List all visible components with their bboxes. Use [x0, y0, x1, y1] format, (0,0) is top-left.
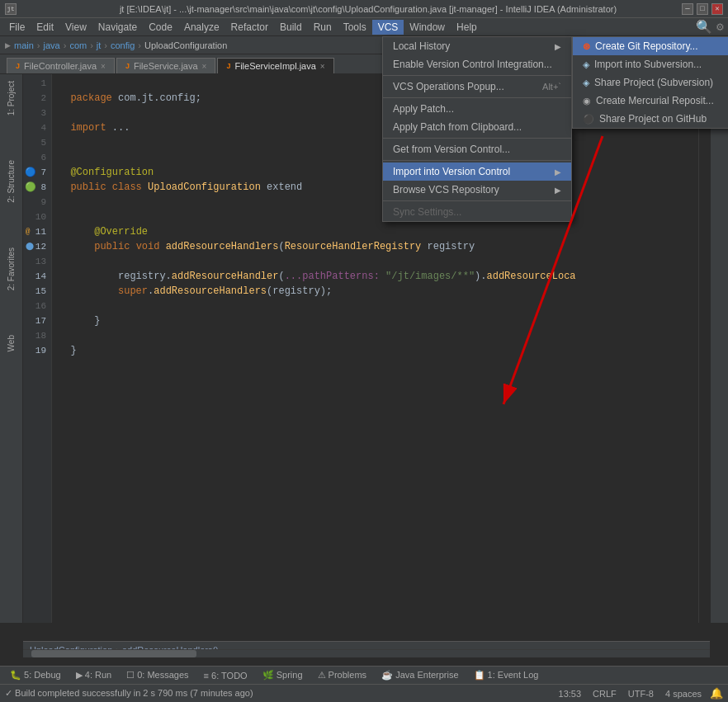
vcs-menu-local-history-label: Local History	[393, 40, 450, 52]
code-editor[interactable]: 1 2 3 4 5 6 7 8 9 10 11 12 13 14 15 16 1…	[23, 74, 698, 623]
status-encoding[interactable]: UTF-8	[625, 689, 657, 699]
line-3: 3	[23, 106, 51, 120]
toolbar-search-icon[interactable]: 🔍	[696, 19, 712, 35]
menu-run[interactable]: Run	[308, 20, 338, 35]
gutter-icon-12[interactable]: ⬤	[23, 239, 46, 254]
tab-run[interactable]: ▶ 4: Run	[69, 668, 118, 682]
notification-icon[interactable]: 🔔	[710, 687, 723, 700]
status-indent[interactable]: 4 spaces	[662, 689, 705, 699]
panel-tab-project[interactable]: 1: Project	[5, 78, 17, 119]
window-controls[interactable]: ─ □ ✕	[682, 3, 723, 15]
tab-fileservice-label: FileService.java	[134, 61, 198, 71]
vcs-menu-sync-settings-label: Sync Settings...	[393, 206, 461, 218]
tab-todo[interactable]: ≡ 6: TODO	[197, 669, 254, 682]
menu-refactor[interactable]: Refactor	[225, 20, 274, 35]
vcs-menu-get-from-vcs[interactable]: Get from Version Control...	[383, 140, 571, 158]
menu-code[interactable]: Code	[143, 20, 178, 35]
breadcrumb-file[interactable]: UploadConfiguration	[144, 40, 227, 50]
vcs-arrow-import: ▶	[555, 167, 561, 177]
right-gutter: ✓	[698, 74, 710, 623]
gutter-icon-11[interactable]: @	[23, 224, 46, 239]
vcs-dropdown-menu: Local History ▶ Enable Version Control I…	[382, 36, 572, 222]
menu-build[interactable]: Build	[274, 20, 308, 35]
gutter-icon-7[interactable]: 🔵	[23, 165, 46, 180]
github-icon: ⚫	[583, 114, 594, 125]
breadcrumb-jt[interactable]: jt	[97, 40, 102, 50]
panel-tab-favorites[interactable]: 2: Favorites	[5, 244, 17, 294]
code-line-16	[59, 299, 692, 313]
title-bar: jt jt [E:\IDEA\jt] - ...\jt-manager\src\…	[0, 0, 728, 18]
tab-filecontroller[interactable]: J FileController.java ×	[7, 58, 115, 73]
vcs-arrow-local-history: ▶	[555, 42, 561, 51]
submenu-share-svn[interactable]: ◈ Share Project (Subversion)	[573, 73, 728, 92]
tab-close-filecontroller[interactable]: ×	[101, 62, 106, 71]
tab-event-log[interactable]: 📋 1: Event Log	[467, 668, 546, 682]
vcs-menu-import-vcs[interactable]: Import into Version Control ▶	[383, 163, 571, 181]
panel-tab-structure[interactable]: 2: Structure	[5, 157, 17, 206]
tab-close-fileservice[interactable]: ×	[202, 62, 207, 71]
build-status: ✓ Build completed successfully in 2 s 79…	[5, 688, 275, 699]
toolbar-settings-icon[interactable]: ⚙	[716, 21, 725, 33]
tab-java-enterprise[interactable]: ☕ Java Enterprise	[375, 668, 465, 682]
breadcrumb-main[interactable]: main	[14, 40, 34, 50]
submenu-share-github-label: Share Project on GitHub	[599, 113, 707, 125]
code-line-19: }	[59, 343, 692, 358]
close-button[interactable]: ✕	[711, 3, 723, 15]
menu-analyze[interactable]: Analyze	[178, 20, 225, 35]
menu-edit[interactable]: Edit	[31, 20, 59, 35]
menu-file[interactable]: File	[3, 20, 31, 35]
tab-fileservice[interactable]: J FileService.java ×	[116, 58, 216, 73]
submenu-share-github[interactable]: ⚫ Share Project on GitHub	[573, 110, 728, 128]
menu-help[interactable]: Help	[451, 20, 483, 35]
tab-debug[interactable]: 🐛 5: Debug	[3, 668, 68, 682]
maximize-button[interactable]: □	[697, 3, 708, 15]
breadcrumb-config[interactable]: config	[111, 40, 135, 50]
submenu-import-svn-label: Import into Subversion...	[594, 59, 702, 70]
hg-icon: ◉	[583, 96, 591, 106]
app-icon: jt	[5, 3, 17, 15]
vcs-menu-local-history[interactable]: Local History ▶	[383, 37, 571, 55]
scrollbar-thumb[interactable]	[31, 650, 196, 657]
tab-spring[interactable]: 🌿 Spring	[256, 668, 310, 682]
line-1: 1	[23, 76, 51, 91]
line-14: 14	[23, 269, 51, 284]
line-13: 13	[23, 254, 51, 269]
vcs-sep-4	[383, 160, 571, 161]
line-2: 2	[23, 91, 51, 106]
submenu-create-hg[interactable]: ◉ Create Mercurial Reposit...	[573, 92, 728, 110]
breadcrumb-java[interactable]: java	[44, 40, 60, 50]
tab-fileserviceimpl[interactable]: J FileServiceImpl.java ×	[217, 58, 333, 73]
vcs-menu-apply-patch-clipboard[interactable]: Apply Patch from Clipboard...	[383, 118, 571, 136]
line-6: 6	[23, 150, 51, 165]
vcs-menu-browse-vcs-label: Browse VCS Repository	[393, 184, 499, 196]
menu-bar: File Edit View Navigate Code Analyze Ref…	[0, 18, 728, 36]
vcs-menu-sync-settings: Sync Settings...	[383, 203, 571, 221]
status-line-ending[interactable]: CRLF	[589, 689, 620, 699]
line-5: 5	[23, 135, 51, 150]
menu-navigate[interactable]: Navigate	[92, 20, 143, 35]
tab-problems[interactable]: ⚠ Problems	[311, 668, 374, 682]
tab-close-fileserviceimpl[interactable]: ×	[320, 62, 325, 71]
line-18: 18	[23, 328, 51, 343]
submenu-create-git[interactable]: ⊛ Create Git Repository...	[573, 37, 728, 55]
vcs-menu-operations-popup-label: VCS Operations Popup...	[393, 81, 504, 92]
menu-tools[interactable]: Tools	[338, 20, 372, 35]
code-line-14: registry.addResourceHandler(...pathPatte…	[59, 269, 692, 284]
tab-messages[interactable]: ☐ 0: Messages	[120, 668, 195, 682]
submenu-import-svn[interactable]: ◈ Import into Subversion...	[573, 55, 728, 73]
vcs-menu-enable-vcs[interactable]: Enable Version Control Integration...	[383, 55, 571, 73]
code-content[interactable]: package com.jt.config; import ... @Confi…	[52, 74, 698, 623]
vcs-menu-browse-vcs[interactable]: Browse VCS Repository ▶	[383, 181, 571, 199]
menu-view[interactable]: View	[59, 20, 92, 35]
gutter-icon-8[interactable]: 🟢	[23, 180, 46, 195]
menu-window[interactable]: Window	[404, 20, 451, 35]
breadcrumb-com[interactable]: com	[69, 40, 87, 50]
vcs-menu-apply-patch[interactable]: Apply Patch...	[383, 100, 571, 118]
horizontal-scrollbar[interactable]	[23, 649, 710, 657]
panel-tab-web[interactable]: Web	[5, 332, 17, 355]
line-16: 16	[23, 299, 51, 313]
vcs-menu-operations-popup[interactable]: VCS Operations Popup... Alt+`	[383, 78, 571, 96]
menu-vcs[interactable]: VCS	[372, 20, 404, 35]
minimize-button[interactable]: ─	[682, 3, 693, 15]
status-bar: ✓ Build completed successfully in 2 s 79…	[0, 684, 728, 702]
